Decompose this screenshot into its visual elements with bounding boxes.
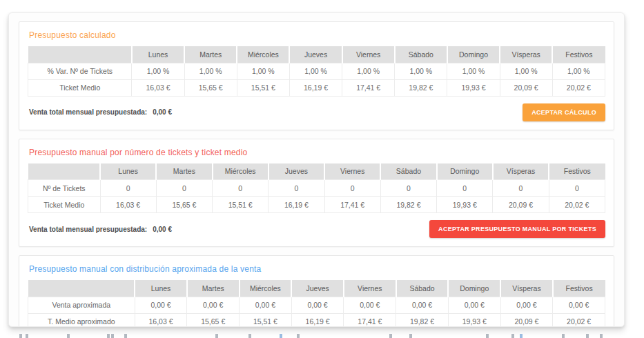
- day-column-header: Viernes: [344, 280, 396, 297]
- value-cell[interactable]: 20,02 €: [549, 197, 605, 213]
- section-title: Presupuesto manual por número de tickets…: [29, 148, 605, 157]
- value-cell[interactable]: 16,19 €: [269, 197, 324, 213]
- day-column-header: Sábado: [396, 280, 449, 297]
- value-cell[interactable]: 16,19 €: [291, 313, 344, 327]
- value-cell[interactable]: 15,65 €: [156, 197, 212, 213]
- day-column-header: Jueves: [291, 280, 344, 297]
- day-column-header: Lunes: [132, 46, 184, 63]
- value-cell[interactable]: 20,09 €: [493, 197, 549, 213]
- value-cell[interactable]: 0,00 €: [500, 297, 553, 313]
- budget-sections: Presupuesto calculado LunesMartesMiércol…: [19, 21, 614, 327]
- value-cell[interactable]: 0,00 €: [240, 297, 292, 313]
- value-cell[interactable]: 1,00 %: [447, 63, 500, 79]
- budget-screenshot-card: Presupuesto calculado LunesMartesMiércol…: [8, 12, 625, 327]
- day-column-header: Festivos: [552, 46, 605, 63]
- header-row: LunesMartesMiércolesJuevesViernesSábadoD…: [28, 280, 605, 297]
- day-column-header: Domingo: [437, 163, 493, 180]
- value-cell[interactable]: 16,03 €: [100, 197, 156, 213]
- value-cell[interactable]: 0,00 €: [135, 297, 187, 313]
- table-row: Venta aproximada0,00 €0,00 €0,00 €0,00 €…: [28, 297, 605, 313]
- value-cell[interactable]: 15,51 €: [237, 79, 289, 96]
- value-cell[interactable]: 16,19 €: [289, 79, 342, 96]
- value-cell[interactable]: 1,00 %: [289, 63, 342, 79]
- monthly-total-label: Venta total mensual presupuestada:: [29, 108, 147, 116]
- header-row: LunesMartesMiércolesJuevesViernesSábadoD…: [28, 46, 605, 63]
- value-cell[interactable]: 0: [493, 180, 549, 197]
- day-column-header: Jueves: [289, 46, 342, 63]
- value-cell[interactable]: 19,93 €: [447, 79, 500, 96]
- corner-header-cell: [28, 280, 135, 297]
- value-cell[interactable]: 20,09 €: [500, 313, 553, 327]
- value-cell[interactable]: 0: [156, 180, 212, 197]
- corner-header-cell: [28, 46, 132, 63]
- value-cell[interactable]: 0,00 €: [187, 297, 240, 313]
- value-cell[interactable]: 16,03 €: [135, 313, 187, 327]
- value-cell[interactable]: 20,02 €: [552, 79, 605, 96]
- value-cell[interactable]: 0,00 €: [553, 297, 605, 313]
- monthly-total-label: Venta total mensual presupuestada:: [29, 226, 147, 233]
- value-cell[interactable]: 15,51 €: [213, 197, 269, 213]
- value-cell[interactable]: 0: [213, 180, 269, 197]
- budget-table: LunesMartesMiércolesJuevesViernesSábadoD…: [28, 163, 605, 214]
- budget-section-panel: Presupuesto calculado LunesMartesMiércol…: [19, 21, 614, 130]
- value-cell[interactable]: 0,00 €: [448, 297, 500, 313]
- day-column-header: Vísperas: [493, 163, 549, 180]
- value-cell[interactable]: 1,00 %: [132, 63, 184, 79]
- panel-footer: Venta total mensual presupuestada:0,00 €…: [28, 103, 605, 121]
- monthly-total: Venta total mensual presupuestada:0,00 €: [29, 226, 172, 233]
- value-cell[interactable]: 0,00 €: [344, 297, 396, 313]
- value-cell[interactable]: 0: [380, 180, 436, 197]
- row-label: % Var. Nº de Tickets: [28, 63, 132, 79]
- day-column-header: Domingo: [447, 46, 500, 63]
- value-cell[interactable]: 17,41 €: [342, 79, 395, 96]
- value-cell[interactable]: 0,00 €: [291, 297, 344, 313]
- value-cell[interactable]: 15,51 €: [240, 313, 292, 327]
- value-cell[interactable]: 1,00 %: [237, 63, 289, 79]
- budget-section-panel: Presupuesto manual con distribución apro…: [19, 255, 614, 327]
- aceptar-calculo-button[interactable]: ACEPTAR CÁLCULO: [523, 103, 605, 121]
- corner-header-cell: [28, 163, 101, 180]
- value-cell[interactable]: 1,00 %: [395, 63, 447, 79]
- value-cell[interactable]: 19,82 €: [380, 197, 436, 213]
- value-cell[interactable]: 1,00 %: [500, 63, 552, 79]
- aceptar-presupuesto-manual-tickets-button[interactable]: ACEPTAR PRESUPUESTO MANUAL POR TICKETS: [429, 220, 605, 238]
- monthly-total: Venta total mensual presupuestada:0,00 €: [29, 108, 172, 116]
- value-cell[interactable]: 19,93 €: [448, 313, 500, 327]
- value-cell[interactable]: 17,41 €: [324, 197, 380, 213]
- value-cell[interactable]: 0: [269, 180, 324, 197]
- budget-table-header: LunesMartesMiércolesJuevesViernesSábadoD…: [28, 163, 605, 180]
- value-cell[interactable]: 19,82 €: [395, 79, 447, 96]
- day-column-header: Vísperas: [500, 46, 552, 63]
- value-cell[interactable]: 0: [100, 180, 156, 197]
- value-cell[interactable]: 15,65 €: [187, 313, 240, 327]
- day-column-header: Vísperas: [500, 280, 553, 297]
- value-cell[interactable]: 0: [437, 180, 493, 197]
- monthly-total-value: 0,00 €: [153, 226, 172, 233]
- section-title: Presupuesto calculado: [29, 30, 605, 40]
- cropped-caption-fragments: [0, 333, 644, 338]
- value-cell[interactable]: 15,65 €: [184, 79, 237, 96]
- value-cell[interactable]: 20,02 €: [553, 313, 605, 327]
- value-cell[interactable]: 19,82 €: [396, 313, 449, 327]
- day-column-header: Viernes: [342, 46, 395, 63]
- day-column-header: Miércoles: [213, 163, 269, 180]
- value-cell[interactable]: 1,00 %: [552, 63, 605, 79]
- value-cell[interactable]: 0: [549, 180, 605, 197]
- value-cell[interactable]: 20,09 €: [500, 79, 552, 96]
- row-label: Venta aproximada: [28, 297, 135, 313]
- value-cell[interactable]: 1,00 %: [184, 63, 237, 79]
- value-cell[interactable]: 0,00 €: [396, 297, 449, 313]
- value-cell[interactable]: 1,00 %: [342, 63, 395, 79]
- value-cell[interactable]: 19,93 €: [437, 197, 493, 213]
- value-cell[interactable]: 16,03 €: [132, 79, 184, 96]
- day-column-header: Festivos: [549, 163, 605, 180]
- panel-footer: Venta total mensual presupuestada:0,00 €…: [28, 220, 605, 238]
- budget-table: LunesMartesMiércolesJuevesViernesSábadoD…: [28, 280, 605, 327]
- value-cell[interactable]: 0: [324, 180, 380, 197]
- budget-table: LunesMartesMiércolesJuevesViernesSábadoD…: [28, 46, 605, 97]
- value-cell[interactable]: 17,41 €: [344, 313, 396, 327]
- table-row: Ticket Medio16,03 €15,65 €15,51 €16,19 €…: [28, 79, 605, 96]
- day-column-header: Festivos: [553, 280, 605, 297]
- section-title: Presupuesto manual con distribución apro…: [29, 264, 605, 274]
- row-label: Ticket Medio: [28, 79, 132, 96]
